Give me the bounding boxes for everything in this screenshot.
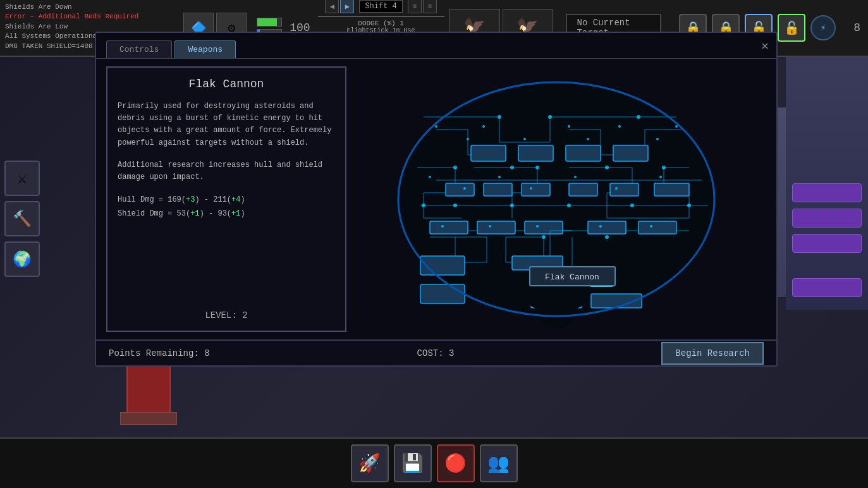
svg-rect-53 xyxy=(446,183,474,196)
wave-icon: ≋ xyxy=(408,0,422,13)
wave-controls: ≋ ≋ xyxy=(408,0,437,13)
bed-1 xyxy=(792,183,862,202)
shield-dmg-line: Shield Dmg = 53(+1) - 93(+1) xyxy=(118,207,335,221)
crew-toolbar-btn[interactable]: 👥 xyxy=(480,444,518,482)
svg-point-100 xyxy=(615,187,618,190)
item-title: Flak Cannon xyxy=(118,78,335,90)
shield-dmg-boost1: +1 xyxy=(190,209,199,218)
svg-rect-57 xyxy=(610,183,639,196)
svg-point-76 xyxy=(605,166,609,169)
shield-dmg-boost2: +1 xyxy=(231,209,240,218)
brain-svg: Flak Cannon xyxy=(373,66,740,332)
shield-dmg-mid: ) - 93( xyxy=(200,209,231,218)
svg-point-79 xyxy=(453,204,457,207)
svg-rect-52 xyxy=(613,145,648,161)
svg-point-98 xyxy=(530,187,532,190)
item-description-1: Primarily used for destroying asteroids … xyxy=(118,101,335,149)
modal-body: Flak Cannon Primarily used for destroyin… xyxy=(96,58,776,339)
hull-dmg-boost1: +3 xyxy=(186,195,195,204)
hull-dmg-end: ) xyxy=(240,195,245,204)
health-bar-fill xyxy=(257,18,276,26)
svg-rect-59 xyxy=(430,221,468,234)
shield-dmg-label: Shield Dmg = 53( xyxy=(118,209,190,218)
tab-controls[interactable]: Controls xyxy=(106,40,172,58)
svg-point-106 xyxy=(650,225,652,228)
svg-point-104 xyxy=(536,225,539,228)
svg-rect-49 xyxy=(471,145,506,161)
energy-circle-icon: ⚡ xyxy=(810,15,836,40)
svg-rect-61 xyxy=(525,221,563,234)
item-stats: Hull Dmg = 169(+3) - 211(+4) Shield Dmg … xyxy=(118,193,335,221)
brain-panel: Flak Cannon xyxy=(346,66,766,332)
svg-point-77 xyxy=(662,166,666,169)
energy-number: 8 xyxy=(851,21,863,34)
hull-dmg-line: Hull Dmg = 169(+3) - 211(+4) xyxy=(118,193,335,207)
svg-rect-51 xyxy=(566,145,601,161)
item-description-2: Additional research increases hull and s… xyxy=(118,159,335,183)
svg-point-105 xyxy=(599,225,602,228)
svg-point-83 xyxy=(687,204,691,207)
shield-dmg-end: ) xyxy=(240,209,245,218)
svg-rect-58 xyxy=(654,183,689,196)
svg-point-91 xyxy=(587,138,589,140)
svg-point-75 xyxy=(535,166,539,169)
svg-point-96 xyxy=(463,187,466,190)
hull-dmg-mid: ) - 211( xyxy=(195,195,231,204)
svg-rect-60 xyxy=(477,221,515,234)
svg-point-94 xyxy=(675,125,678,128)
svg-point-97 xyxy=(498,176,501,178)
cost-display: COST: 3 xyxy=(417,348,455,358)
svg-point-78 xyxy=(422,204,425,207)
health-bar-bg xyxy=(257,18,282,27)
hull-dmg-label: Hull Dmg = 169( xyxy=(118,195,186,204)
svg-text:Flak Cannon: Flak Cannon xyxy=(545,272,599,282)
svg-rect-69 xyxy=(420,284,465,303)
svg-point-84 xyxy=(542,235,546,239)
modal-close-button[interactable]: × xyxy=(761,38,769,53)
bed-3 xyxy=(792,234,862,253)
svg-point-89 xyxy=(523,138,526,140)
svg-point-70 xyxy=(498,115,501,119)
bed-4 xyxy=(792,278,862,297)
svg-point-93 xyxy=(656,138,659,140)
right-arrow-btn[interactable]: ▶ xyxy=(340,0,354,13)
progress-bar xyxy=(318,16,444,17)
hammer-icon-btn[interactable]: 🔨 xyxy=(4,201,40,236)
item-level: LEVEL: 2 xyxy=(118,303,335,320)
svg-rect-63 xyxy=(639,221,676,234)
svg-point-71 xyxy=(548,115,552,119)
energy-area: 8 xyxy=(846,0,868,56)
svg-rect-50 xyxy=(518,145,553,161)
chip-toolbar-btn[interactable]: 💾 xyxy=(394,444,432,482)
shift-display: Shift 4 xyxy=(359,0,402,13)
svg-rect-55 xyxy=(522,183,550,196)
begin-research-button[interactable]: Begin Research xyxy=(661,342,764,365)
sidebar-left: ⚔ 🔨 🌍 xyxy=(0,0,44,437)
svg-point-103 xyxy=(489,225,491,228)
item-info-panel: Flak Cannon Primarily used for destroyin… xyxy=(106,66,346,332)
svg-point-74 xyxy=(510,166,514,169)
research-modal: × Controls Weapons Flak Cannon Primarily… xyxy=(95,32,778,367)
sword-icon-btn[interactable]: ⚔ xyxy=(4,161,40,196)
left-arrow-btn[interactable]: ◀ xyxy=(325,0,339,13)
wave-icon-2: ≋ xyxy=(423,0,437,13)
svg-point-85 xyxy=(605,235,609,239)
modal-tabs: Controls Weapons xyxy=(96,33,776,58)
svg-rect-54 xyxy=(484,183,512,196)
svg-point-90 xyxy=(568,125,570,128)
bed-2 xyxy=(792,209,862,228)
svg-point-73 xyxy=(453,166,457,169)
svg-point-92 xyxy=(618,125,621,128)
tank-base xyxy=(120,412,177,425)
svg-point-101 xyxy=(659,176,662,178)
svg-point-80 xyxy=(510,204,514,207)
svg-point-88 xyxy=(482,125,485,128)
globe-icon-btn[interactable]: 🌍 xyxy=(4,241,40,277)
bottom-toolbar: 🚀 💾 🔴 👥 xyxy=(0,437,868,488)
svg-rect-56 xyxy=(569,183,597,196)
svg-point-72 xyxy=(637,115,640,119)
weapon-toolbar-btn[interactable]: 🔴 xyxy=(437,444,475,482)
dodge-display: DODGE (%) 1 xyxy=(358,20,404,27)
ship-toolbar-btn[interactable]: 🚀 xyxy=(351,444,389,482)
tab-weapons[interactable]: Weapons xyxy=(174,40,236,58)
